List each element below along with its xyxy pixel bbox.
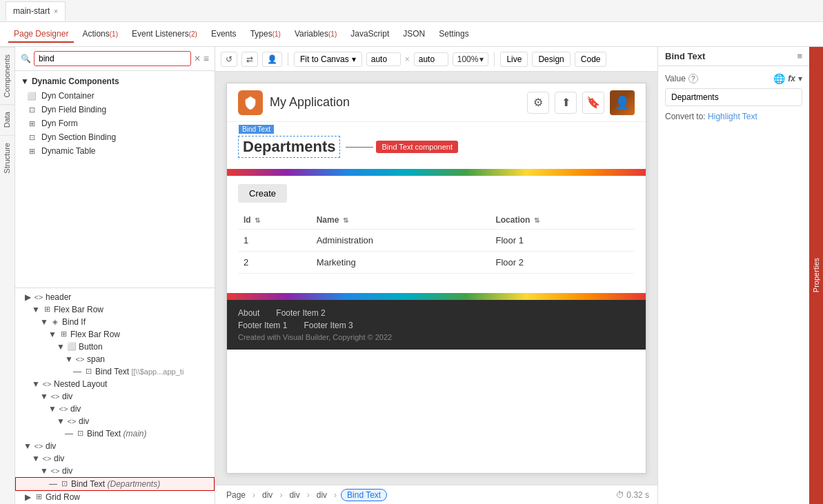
tree-div-5[interactable]: ▼ <> div: [15, 452, 215, 465]
breadcrumb-div-2[interactable]: div: [286, 489, 302, 501]
fx-icon[interactable]: fx: [788, 74, 795, 83]
sidebar-label-structure[interactable]: Structure: [0, 135, 14, 181]
tree-label-header: header: [46, 292, 71, 302]
zoom-control[interactable]: 100% ▾: [453, 52, 489, 66]
footer-link-4[interactable]: Footer Item 3: [304, 321, 353, 330]
props-title: Bind Text: [665, 51, 705, 61]
height-input[interactable]: [414, 52, 448, 66]
sort-id[interactable]: ⇅: [255, 216, 260, 224]
live-button[interactable]: Live: [500, 52, 528, 67]
canvas-area: ↺ ⇄ 👤 Fit to Canvas ▾ × 100% ▾ Live Desi…: [215, 47, 657, 504]
footer-links: About Footer Item 2: [238, 308, 635, 318]
tree-arrow-fbr2: ▼: [48, 330, 57, 339]
comp-dynamic-table[interactable]: ⊞ Dynamic Table: [15, 144, 215, 158]
nav-javascript[interactable]: JavaScript: [345, 26, 395, 43]
tab-bar: main-start ×: [0, 0, 823, 22]
zoom-chevron: ▾: [479, 54, 484, 64]
breadcrumb-page[interactable]: Page: [224, 489, 248, 501]
decorative-bar: [227, 169, 646, 176]
dynamic-components-group[interactable]: ▼ Dynamic Components: [15, 74, 215, 89]
toolbar-separator-1: [288, 52, 288, 66]
tree-bind-text-appti[interactable]: — ⊡ Bind Text [[\\$app...app_ti: [15, 365, 215, 378]
footer-link-1[interactable]: About: [238, 308, 259, 318]
nav-settings[interactable]: Settings: [433, 26, 474, 43]
tree-bind-if[interactable]: ▼ ◈ Bind If: [15, 316, 215, 328]
tree-bind-text-departments[interactable]: — ⊡ Bind Text (Departments): [15, 477, 215, 491]
search-input[interactable]: [34, 51, 191, 66]
tab-close-icon[interactable]: ×: [54, 8, 58, 15]
breadcrumb-div-3[interactable]: div: [314, 489, 330, 501]
footer-link-3[interactable]: Footer Item 1: [238, 321, 287, 330]
footer-link-2[interactable]: Footer Item 2: [276, 308, 325, 318]
value-field-label: Value ? 🌐 fx ▾: [665, 73, 802, 84]
tree-header[interactable]: ▶ <> header: [15, 291, 215, 303]
sidebar-label-components[interactable]: Components: [0, 47, 14, 104]
right-sidebar-label[interactable]: Properties: [809, 47, 823, 504]
code-button[interactable]: Code: [575, 52, 607, 67]
person-button[interactable]: 👤: [262, 52, 282, 67]
create-button[interactable]: Create: [238, 184, 287, 203]
width-input[interactable]: [366, 52, 401, 66]
comp-dyn-field-binding[interactable]: ⊡ Dyn Field Binding: [15, 103, 215, 117]
tree-div-3[interactable]: ▼ <> div: [15, 415, 215, 427]
canvas-toolbar: ↺ ⇄ 👤 Fit to Canvas ▾ × 100% ▾ Live Desi…: [215, 47, 657, 72]
bind-text-container: Bind Text Departments: [238, 136, 340, 158]
tree-div-2[interactable]: ▼ <> div: [15, 403, 215, 415]
clear-search-icon[interactable]: ✕: [194, 54, 201, 63]
nav-page-designer[interactable]: Page Designer: [8, 26, 74, 43]
comp-dyn-container[interactable]: ⬜ Dyn Container: [15, 89, 215, 103]
panel-menu-icon[interactable]: ≡: [204, 53, 209, 64]
main-start-tab[interactable]: main-start ×: [6, 1, 66, 21]
tree-div-6[interactable]: ▼ <> div: [15, 465, 215, 477]
convert-highlight-text-link[interactable]: Highlight Text: [708, 112, 757, 121]
tree-div-4[interactable]: ▼ <> div: [15, 440, 215, 452]
canvas-viewport[interactable]: My Application ⚙ ⬆ 🔖 👤 Bind Text Depa: [215, 72, 657, 485]
sidebar-label-data[interactable]: Data: [0, 104, 14, 134]
tree-arrow-fbr1: ▼: [32, 305, 40, 314]
nav-json[interactable]: JSON: [397, 26, 430, 43]
tree-bind-text-main[interactable]: — ⊡ Bind Text (main): [15, 427, 215, 440]
tree-flex-bar-row-1[interactable]: ▼ ⊞ Flex Bar Row: [15, 303, 215, 316]
breadcrumb-div-1[interactable]: div: [259, 489, 275, 501]
design-button[interactable]: Design: [532, 52, 570, 67]
annotation-line: [346, 147, 373, 148]
nav-event-listeners[interactable]: Event Listeners(2): [126, 26, 203, 43]
bind-text-section: Bind Text Departments Bind Text componen…: [238, 136, 340, 158]
tree-label-nl: Nested Layout: [54, 379, 107, 389]
nav-variables[interactable]: Variables(1): [289, 26, 342, 43]
value-input[interactable]: [665, 88, 802, 106]
tree-arrow-btn: ▼: [57, 342, 65, 352]
comp-dyn-section-binding[interactable]: ⊡ Dyn Section Binding: [15, 130, 215, 144]
tree-div-1[interactable]: ▼ <> div: [15, 390, 215, 403]
tree-flex-bar-row-2[interactable]: ▼ ⊞ Flex Bar Row: [15, 328, 215, 341]
nav-types[interactable]: Types(1): [245, 26, 286, 43]
props-menu-icon[interactable]: ≡: [797, 51, 802, 61]
share-icon-btn[interactable]: ⬆: [555, 92, 577, 114]
breadcrumb-bind-text[interactable]: Bind Text: [341, 489, 387, 501]
sort-location[interactable]: ⇅: [534, 216, 539, 224]
tree-grid-row[interactable]: ▶ ⊞ Grid Row: [15, 491, 215, 503]
value-chevron-icon[interactable]: ▾: [798, 74, 802, 83]
footer-cols: Footer Item 1 Footer Item 3: [238, 321, 635, 330]
tree-span[interactable]: ▼ <> span: [15, 353, 215, 365]
comp-dyn-form[interactable]: ⊞ Dyn Form: [15, 117, 215, 130]
nav-events[interactable]: Events: [206, 26, 242, 43]
undo-button[interactable]: ↺: [221, 52, 237, 67]
tree-label-span: span: [87, 354, 105, 364]
tree-arrow-nl: ▼: [32, 379, 40, 389]
globe-icon[interactable]: 🌐: [773, 73, 785, 84]
bookmark-icon-btn[interactable]: 🔖: [582, 92, 604, 114]
fit-to-canvas-button[interactable]: Fit to Canvas ▾: [294, 52, 362, 67]
tree-button[interactable]: ▼ ⬜ Button: [15, 341, 215, 353]
tree-nested-layout[interactable]: ▼ <> Nested Layout: [15, 378, 215, 390]
redo-button[interactable]: ⇄: [241, 52, 258, 67]
settings-icon-btn[interactable]: ⚙: [527, 92, 549, 114]
dyn-container-icon: ⬜: [26, 92, 37, 101]
app-logo: [238, 90, 263, 115]
nav-actions[interactable]: Actions(1): [77, 26, 123, 43]
avatar-btn[interactable]: 👤: [610, 90, 635, 115]
tag-icon: <>: [33, 293, 44, 301]
help-icon[interactable]: ?: [688, 74, 698, 83]
cell-location-2: Floor 2: [490, 252, 635, 274]
sort-name[interactable]: ⇅: [343, 216, 348, 224]
